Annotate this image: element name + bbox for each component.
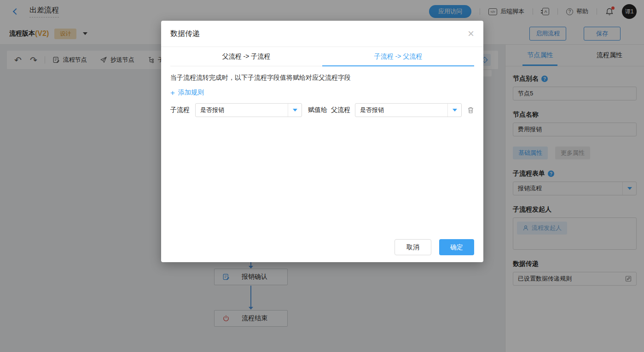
add-rule-label: 添加规则 bbox=[178, 88, 204, 97]
delete-rule-button[interactable] bbox=[467, 106, 474, 114]
close-icon[interactable]: × bbox=[468, 28, 474, 39]
parent-field-select[interactable]: 是否报销 bbox=[355, 103, 462, 117]
subflow-field-value: 是否报销 bbox=[196, 106, 288, 114]
subflow-field-select[interactable]: 是否报销 bbox=[195, 103, 302, 117]
rule-row: 子流程 是否报销 赋值给 父流程 是否报销 bbox=[170, 103, 474, 117]
select-arrow-zone bbox=[447, 104, 461, 117]
data-transfer-modal: 数据传递 × 父流程 -> 子流程 子流程 -> 父流程 当子流程流转完成时，以… bbox=[161, 21, 483, 262]
plus-icon: + bbox=[170, 89, 175, 97]
chevron-down-icon bbox=[453, 109, 457, 111]
modal-body: 当子流程流转完成时，以下子流程字段值将赋给对应父流程字段 + 添加规则 子流程 … bbox=[161, 74, 483, 117]
modal-header: 数据传递 × bbox=[161, 21, 483, 47]
chevron-down-icon bbox=[293, 109, 297, 111]
parent-field-value: 是否报销 bbox=[355, 106, 447, 114]
modal-footer: 取消 确定 bbox=[395, 239, 474, 255]
confirm-button[interactable]: 确定 bbox=[439, 239, 474, 255]
trash-icon bbox=[467, 106, 474, 114]
select-arrow-zone bbox=[288, 104, 302, 117]
tab-parent-to-child[interactable]: 父流程 -> 子流程 bbox=[170, 47, 322, 66]
cancel-button[interactable]: 取消 bbox=[395, 239, 431, 255]
assign-to-label: 赋值给 bbox=[308, 106, 327, 114]
add-rule-button[interactable]: + 添加规则 bbox=[170, 88, 204, 97]
modal-tabs: 父流程 -> 子流程 子流程 -> 父流程 bbox=[170, 47, 474, 66]
parent-flow-label: 父流程 bbox=[331, 106, 350, 114]
modal-title: 数据传递 bbox=[170, 29, 200, 39]
rule-description: 当子流程流转完成时，以下子流程字段值将赋给对应父流程字段 bbox=[170, 74, 474, 82]
tab-child-to-parent[interactable]: 子流程 -> 父流程 bbox=[322, 47, 474, 66]
subflow-label: 子流程 bbox=[170, 106, 190, 114]
